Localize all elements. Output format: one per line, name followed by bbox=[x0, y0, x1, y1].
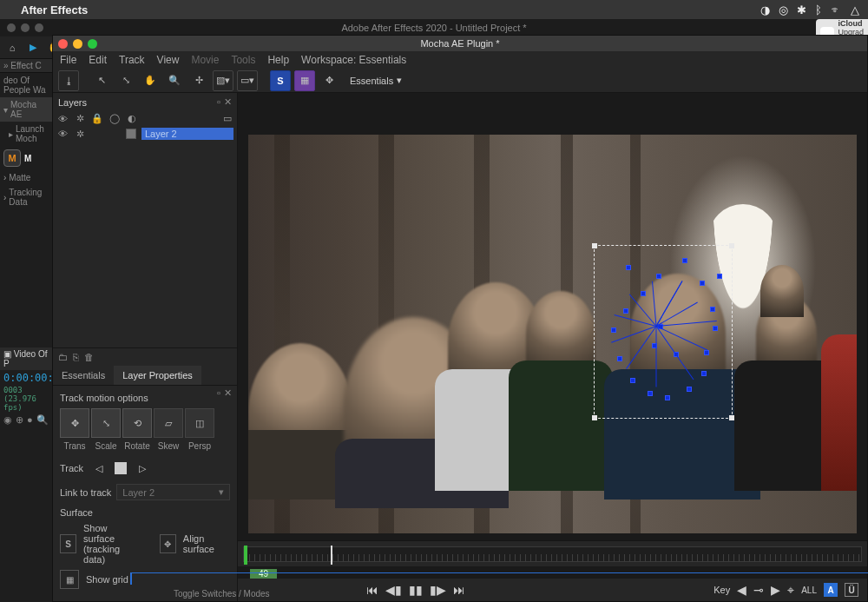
tab-essentials[interactable]: Essentials bbox=[53, 366, 114, 385]
go-to-end-button[interactable]: ⏭ bbox=[453, 583, 465, 597]
undock-icon[interactable]: ▫ bbox=[217, 387, 220, 399]
scale-button[interactable]: ⤡ bbox=[91, 408, 121, 438]
skew-button[interactable]: ▱ bbox=[154, 408, 183, 438]
prev-key-button[interactable]: ◀ bbox=[737, 583, 746, 597]
status-icon[interactable]: ◑ bbox=[760, 3, 770, 17]
align-surface-button[interactable]: ✥ bbox=[160, 534, 176, 553]
uberkey-a-button[interactable]: A bbox=[824, 583, 838, 597]
track-stop-button[interactable] bbox=[115, 462, 127, 474]
status-icon[interactable]: △ bbox=[851, 3, 859, 17]
next-key-button[interactable]: ▶ bbox=[771, 583, 780, 597]
menu-edit[interactable]: Edit bbox=[89, 54, 107, 66]
mocha-traffic-lights[interactable] bbox=[58, 39, 97, 49]
menu-workspace[interactable]: Workspace: Essentials bbox=[301, 54, 406, 66]
trash-icon[interactable]: 🗑 bbox=[84, 352, 94, 362]
lock-icon[interactable]: 🔒 bbox=[91, 113, 103, 124]
layer-color-swatch[interactable] bbox=[126, 129, 136, 139]
undock-icon[interactable]: ▫ bbox=[217, 96, 220, 108]
perspective-button[interactable]: ◫ bbox=[185, 408, 214, 438]
menu-help[interactable]: Help bbox=[267, 54, 289, 66]
menu-view[interactable]: View bbox=[157, 54, 180, 66]
mocha-titlebar[interactable]: Mocha AE Plugin * bbox=[53, 36, 867, 51]
link-to-track-dropdown[interactable]: Layer 2 ▾ bbox=[116, 484, 230, 500]
matte-group[interactable]: ›Matte bbox=[0, 170, 52, 185]
close-icon[interactable] bbox=[58, 39, 68, 49]
viewer-canvas[interactable] bbox=[248, 135, 857, 533]
surface-corner[interactable] bbox=[729, 243, 734, 248]
show-planar-surface-button[interactable]: S bbox=[270, 70, 291, 91]
bluetooth-icon[interactable]: ᛒ bbox=[815, 3, 822, 17]
mocha-ae-effect[interactable]: ▾ Mocha AE bbox=[0, 97, 52, 122]
status-icon[interactable]: ✱ bbox=[797, 3, 806, 17]
layer-name[interactable]: Layer 2 bbox=[141, 128, 233, 140]
menu-track[interactable]: Track bbox=[119, 54, 145, 66]
tab-layer-properties[interactable]: Layer Properties bbox=[114, 366, 201, 385]
workspace-dropdown[interactable]: Essentials▾ bbox=[350, 75, 402, 86]
add-key-button[interactable]: ⊸ bbox=[753, 583, 764, 597]
matte-col-icon[interactable]: ◐ bbox=[126, 113, 138, 124]
visibility-icon[interactable]: 👁 bbox=[56, 114, 69, 124]
stop-button[interactable]: ▮▮ bbox=[409, 583, 423, 597]
timeline-tab[interactable]: ▣ Video Of P bbox=[0, 347, 52, 370]
maximize-icon[interactable] bbox=[88, 39, 97, 49]
hand-tool-icon[interactable]: ✋ bbox=[140, 70, 161, 91]
new-group-icon[interactable]: 🗀 bbox=[58, 352, 68, 362]
home-icon[interactable]: ⌂ bbox=[5, 41, 19, 55]
step-forward-button[interactable]: ▮▶ bbox=[430, 583, 446, 597]
align-surface-tool-icon[interactable]: ✥ bbox=[319, 70, 339, 91]
project-item[interactable]: deo Of People Wa bbox=[0, 73, 52, 97]
active-app-name[interactable]: After Effects bbox=[21, 3, 88, 17]
cog-icon[interactable]: ✲ bbox=[74, 113, 86, 124]
ae-traffic-lights[interactable] bbox=[7, 23, 43, 32]
effect-controls-tab[interactable]: » Effect C bbox=[0, 59, 52, 73]
uberkey-u-button[interactable]: Ü bbox=[845, 583, 858, 597]
visibility-icon[interactable]: 👁 bbox=[56, 129, 69, 139]
add-point-tool-icon[interactable]: ✢ bbox=[188, 70, 209, 91]
zoom-tool-icon[interactable]: 🔍 bbox=[164, 70, 185, 91]
close-icon[interactable]: ✕ bbox=[224, 96, 232, 108]
surface-corner[interactable] bbox=[729, 415, 734, 420]
select-tool-icon[interactable]: ⤡ bbox=[115, 70, 136, 91]
tracking-data-group[interactable]: ›Tracking Data bbox=[0, 185, 52, 209]
track-backward-button[interactable]: ◁ bbox=[90, 460, 108, 477]
menu-tools[interactable]: Tools bbox=[231, 54, 255, 66]
show-grid-button[interactable]: ▦ bbox=[60, 570, 79, 589]
rotate-button[interactable]: ⟲ bbox=[122, 408, 152, 438]
surface-corner[interactable] bbox=[592, 243, 597, 248]
show-surface-button[interactable]: S bbox=[60, 534, 76, 553]
mocha-timeline[interactable] bbox=[238, 540, 867, 566]
save-button[interactable]: ⭳ bbox=[58, 70, 79, 91]
status-icon[interactable]: ◎ bbox=[779, 3, 788, 17]
in-point-marker[interactable] bbox=[244, 546, 247, 565]
selection-tool-icon[interactable]: ▶ bbox=[26, 41, 40, 55]
timeline-icon[interactable]: ◉ bbox=[3, 414, 12, 426]
toggle-switches-modes[interactable]: Toggle Switches / Modes bbox=[174, 589, 270, 599]
layer-opts-icon[interactable]: ▭ bbox=[221, 113, 233, 124]
search-icon[interactable]: 🔍 bbox=[36, 414, 49, 426]
autokey-button[interactable]: ⌖ bbox=[787, 583, 794, 598]
layers-panel-header[interactable]: Layers ▫✕ bbox=[53, 93, 237, 111]
track-forward-button[interactable]: ▷ bbox=[134, 460, 151, 477]
cog-icon[interactable]: ✲ bbox=[74, 129, 86, 140]
playhead[interactable] bbox=[331, 546, 332, 565]
timeline-icon[interactable]: ● bbox=[27, 414, 33, 426]
duplicate-icon[interactable]: ⎘ bbox=[73, 352, 79, 362]
rectangle-tool-icon[interactable]: ▭▾ bbox=[237, 70, 258, 91]
ae-timeline-track[interactable] bbox=[130, 572, 868, 585]
show-planar-grid-button[interactable]: ▦ bbox=[294, 70, 315, 91]
timeline-icon[interactable]: ⊕ bbox=[16, 414, 23, 426]
layer-row[interactable]: 👁 ✲ Layer 2 bbox=[53, 126, 237, 142]
pointer-tool-icon[interactable]: ↖ bbox=[91, 70, 112, 91]
spline-col-icon[interactable]: ◯ bbox=[108, 113, 121, 124]
all-keys-button[interactable]: ALL bbox=[801, 585, 817, 595]
wifi-icon[interactable]: ᯤ bbox=[831, 3, 842, 17]
step-back-button[interactable]: ◀▮ bbox=[385, 583, 402, 597]
surface-corner[interactable] bbox=[592, 415, 597, 420]
timeline-ruler[interactable] bbox=[243, 546, 862, 562]
current-timecode[interactable]: 0:00:00:03 bbox=[0, 370, 52, 386]
menu-movie[interactable]: Movie bbox=[191, 54, 219, 66]
translation-button[interactable]: ✥ bbox=[60, 408, 89, 438]
launch-mocha-button[interactable]: ▸ Launch Moch bbox=[0, 122, 52, 146]
spline-tool-icon[interactable]: ▧▾ bbox=[213, 70, 233, 91]
ae-playhead[interactable] bbox=[130, 572, 132, 585]
